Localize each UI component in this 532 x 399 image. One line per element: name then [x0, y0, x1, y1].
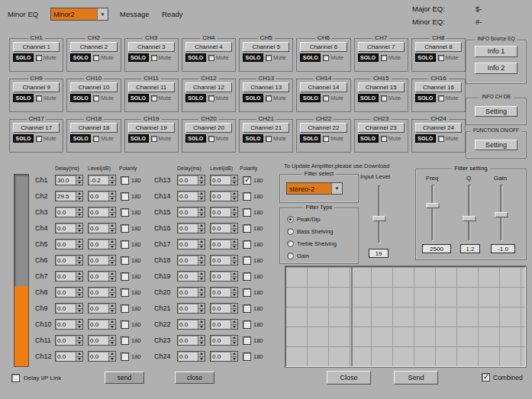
spinner-buttons[interactable] [231, 288, 237, 297]
spin-down-icon[interactable] [231, 260, 237, 265]
solo-button[interactable]: SOLO [70, 53, 91, 62]
level-spinner[interactable]: 0.0 [88, 223, 116, 233]
channel-button[interactable]: Channel 23 [358, 123, 405, 133]
spinner-buttons[interactable] [76, 336, 82, 345]
delay-spinner[interactable]: 0.0 [177, 207, 205, 217]
mute-toggle[interactable]: Mute [36, 54, 56, 61]
spinner-buttons[interactable] [231, 175, 237, 185]
spinner-buttons[interactable] [76, 320, 82, 329]
spin-down-icon[interactable] [109, 180, 115, 185]
polarity-checkbox[interactable] [243, 304, 251, 313]
level-spinner[interactable]: -0.2 [88, 175, 116, 185]
spinner-buttons[interactable] [76, 304, 82, 313]
spin-down-icon[interactable] [76, 340, 82, 346]
channel-button[interactable]: Channel 17 [13, 123, 60, 133]
delay-spinner[interactable]: 0.0 [55, 335, 83, 346]
mute-toggle[interactable]: Mute [266, 54, 286, 61]
spinner-buttons[interactable] [76, 272, 82, 281]
mute-toggle[interactable]: Mute [323, 95, 343, 101]
info1-button[interactable]: Info 1 [475, 46, 517, 57]
combined-checkbox[interactable] [482, 373, 490, 381]
spin-down-icon[interactable] [76, 212, 82, 217]
solo-button[interactable]: SOLO [300, 53, 321, 62]
channel-button[interactable]: Channel 1 [13, 42, 60, 52]
spinner-buttons[interactable] [76, 352, 82, 361]
mute-checkbox[interactable] [438, 136, 444, 142]
spinner-buttons[interactable] [231, 208, 237, 217]
level-spinner[interactable]: 0.0 [88, 351, 116, 362]
spinner-buttons[interactable] [108, 352, 115, 361]
level-spinner[interactable]: 0.0 [88, 319, 116, 330]
spin-down-icon[interactable] [109, 212, 115, 217]
combined-toggle[interactable]: Combined [482, 373, 523, 381]
spin-down-icon[interactable] [198, 212, 205, 217]
polarity-checkbox[interactable] [243, 272, 251, 281]
channel-button[interactable]: Channel 12 [185, 82, 232, 92]
solo-button[interactable]: SOLO [243, 134, 263, 143]
level-spinner[interactable]: 0.0 [88, 335, 116, 346]
info2-button[interactable]: Info 2 [475, 63, 517, 74]
mute-checkbox[interactable] [93, 136, 99, 142]
spin-down-icon[interactable] [198, 180, 205, 185]
delay-spinner[interactable]: 0.0 [177, 255, 205, 265]
mute-checkbox[interactable] [266, 136, 272, 142]
mute-checkbox[interactable] [266, 55, 272, 61]
eq-curve-graph[interactable] [285, 266, 526, 367]
spin-down-icon[interactable] [231, 292, 237, 298]
channel-button[interactable]: Channel 2 [70, 42, 117, 52]
polarity-checkbox[interactable] [243, 240, 251, 249]
spin-down-icon[interactable] [198, 260, 205, 265]
mute-toggle[interactable]: Mute [151, 54, 172, 61]
polarity-checkbox[interactable] [121, 336, 129, 345]
spin-down-icon[interactable] [231, 340, 237, 346]
polarity-checkbox[interactable] [121, 320, 129, 329]
radio-icon[interactable] [287, 240, 294, 247]
spinner-buttons[interactable] [198, 208, 205, 217]
spinner-buttons[interactable] [198, 191, 205, 201]
level-spinner[interactable]: 0.0 [210, 335, 238, 346]
spinner-buttons[interactable] [231, 256, 237, 265]
level-spinner[interactable]: 0.0 [210, 175, 238, 185]
channel-button[interactable]: Channel 21 [243, 123, 289, 133]
mute-toggle[interactable]: Mute [208, 54, 229, 61]
spin-down-icon[interactable] [109, 356, 115, 362]
spinner-buttons[interactable] [108, 240, 115, 249]
polarity-checkbox[interactable] [121, 208, 129, 217]
solo-button[interactable]: SOLO [243, 94, 263, 102]
channel-button[interactable]: Channel 5 [243, 42, 289, 52]
spin-down-icon[interactable] [231, 324, 237, 330]
channel-button[interactable]: Channel 16 [415, 82, 462, 92]
level-spinner[interactable]: 0.0 [210, 223, 238, 233]
spinner-buttons[interactable] [108, 272, 115, 281]
channel-button[interactable]: Channel 13 [243, 82, 289, 92]
polarity-checkbox[interactable] [243, 288, 251, 297]
spinner-buttons[interactable] [198, 256, 205, 265]
spin-down-icon[interactable] [76, 292, 82, 298]
mute-checkbox[interactable] [36, 55, 42, 61]
spin-down-icon[interactable] [198, 324, 205, 330]
freq-slider[interactable] [424, 185, 442, 241]
spin-down-icon[interactable] [109, 276, 115, 282]
solo-button[interactable]: SOLO [415, 134, 436, 143]
mute-checkbox[interactable] [323, 55, 329, 61]
delay-spinner[interactable]: 0.0 [177, 335, 205, 346]
spin-down-icon[interactable] [198, 292, 205, 298]
delay-spinner[interactable]: 29.5 [55, 191, 83, 201]
solo-button[interactable]: SOLO [70, 134, 91, 143]
spinner-buttons[interactable] [76, 256, 82, 265]
solo-button[interactable]: SOLO [358, 53, 379, 62]
spin-down-icon[interactable] [109, 308, 115, 314]
solo-button[interactable]: SOLO [415, 94, 436, 102]
spin-down-icon[interactable] [76, 244, 82, 249]
mute-toggle[interactable]: Mute [266, 95, 286, 101]
mute-checkbox[interactable] [438, 95, 444, 101]
solo-button[interactable]: SOLO [13, 94, 34, 102]
spinner-buttons[interactable] [108, 256, 115, 265]
spinner-buttons[interactable] [108, 304, 115, 313]
channel-button[interactable]: Channel 8 [415, 42, 462, 52]
mute-toggle[interactable]: Mute [208, 95, 229, 101]
filter-select-dropdown[interactable]: stereo-2 ▼ [286, 182, 343, 195]
mute-checkbox[interactable] [93, 55, 99, 61]
spin-down-icon[interactable] [231, 228, 237, 233]
delay-send-button[interactable]: send [105, 372, 144, 384]
